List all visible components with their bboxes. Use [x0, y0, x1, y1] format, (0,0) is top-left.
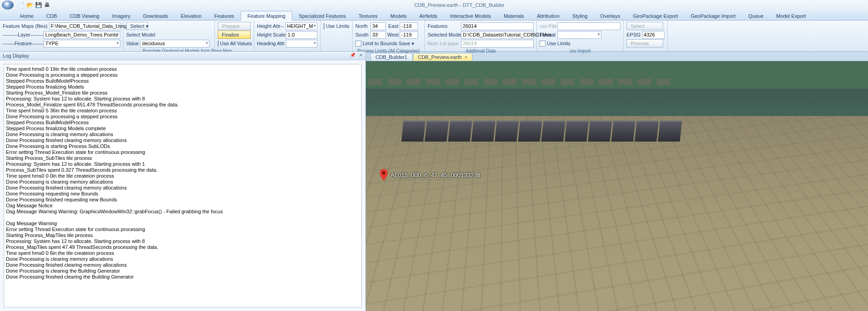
save-dropdown[interactable]: Save ▾: [399, 41, 414, 47]
tab-close-icon[interactable]: ×: [465, 54, 467, 60]
group-process-limits: North34 East-118 South33 West-119 Limit …: [353, 21, 425, 51]
feature-maps-combo[interactable]: F:\New_CDB_Tutorial_Data_LongBeach: [49, 22, 121, 30]
group-csv-import: csv File Format Use Limits csv Import: [537, 21, 624, 51]
tab-downloads[interactable]: Downloads: [137, 11, 174, 20]
new-icon[interactable]: 📄: [17, 1, 25, 9]
use-limits-checkbox-2[interactable]: [540, 41, 546, 47]
tab-airfields[interactable]: Airfields: [413, 11, 444, 20]
height-scale-input[interactable]: 1.0: [286, 31, 317, 39]
marker-label: AL015_000_6_47_45_0001332.flt: [391, 172, 480, 179]
features-input[interactable]: 26014: [461, 22, 534, 30]
feature-label: -------Feature-------: [3, 41, 42, 46]
open-icon[interactable]: 📂: [26, 1, 33, 9]
value-label: Value: [126, 41, 139, 46]
east-input[interactable]: -118: [400, 22, 418, 30]
north-input[interactable]: 34: [370, 22, 386, 30]
limit-to-bounds-checkbox[interactable]: [355, 41, 361, 47]
print-icon[interactable]: 🖶: [43, 1, 51, 9]
quick-access-toolbar: 📄 📂 💾 🖶: [17, 1, 51, 9]
close-icon[interactable]: ✕: [359, 53, 363, 58]
finalize-button[interactable]: Finalize: [218, 31, 251, 39]
window-title: CDB_Preview.earth - DTT_CDB_Builder: [51, 2, 868, 8]
heading-attr-combo[interactable]: [286, 40, 317, 47]
app-orb-button[interactable]: [2, 0, 14, 10]
layer-combo[interactable]: LongBeach_Demo_Trees Points: [43, 31, 120, 39]
tab-models[interactable]: Models: [384, 11, 413, 20]
pin-icon[interactable]: 📌: [350, 53, 355, 58]
map-marker[interactable]: AL015_000_6_47_45_0001332.flt: [380, 169, 480, 181]
height-attr-combo[interactable]: HEIGHT_M: [285, 22, 317, 30]
selected-model-input[interactable]: D:\CDB_Datasets\Tutorial_CDB\GTMoc: [461, 31, 534, 39]
doc-tab-builder[interactable]: CDB_Builder1: [370, 53, 413, 61]
log-pane-title: Log Display: [3, 53, 29, 58]
map-pin-icon: [380, 169, 388, 181]
prepare-button[interactable]: Prepare: [218, 22, 251, 30]
tab-textures[interactable]: Textures: [352, 11, 384, 20]
group-feature-source: Feature Maps (files) F:\New_CDB_Tutorial…: [0, 21, 123, 51]
title-bar: 📄 📂 💾 🖶 CDB_Preview.earth - DTT_CDB_Buil…: [0, 0, 868, 10]
epsg-input[interactable]: 4326: [642, 31, 664, 39]
layer-label: ---------Layer--------: [3, 32, 42, 37]
save-icon[interactable]: 💾: [35, 1, 42, 9]
tab-model-export[interactable]: Model Export: [770, 11, 812, 20]
format-combo[interactable]: [557, 31, 601, 39]
viewer-pane: CDB_Builder1 CDB_Preview.earth× AL015_00…: [366, 52, 868, 311]
doc-tab-preview[interactable]: CDB_Preview.earth×: [413, 53, 472, 61]
group-populate: Select ▾ Select Model Value deciduous Po…: [123, 21, 215, 51]
tab-imagery[interactable]: Imagery: [106, 11, 137, 20]
select-button[interactable]: Select ▾: [126, 22, 148, 30]
tab-overlays[interactable]: Overlays: [594, 11, 627, 20]
tab-queue[interactable]: Queue: [742, 11, 770, 20]
content-area: Log Display 📌 ✕ Time spent hms0 0 19in t…: [0, 52, 868, 311]
use-all-values-checkbox[interactable]: [218, 41, 219, 47]
group-height: Height Attr--HEIGHT_M Height Scale-1.0 H…: [254, 21, 321, 51]
tab-home[interactable]: Home: [14, 11, 40, 20]
group-epsg: Select EPSG4326 Process: [624, 21, 668, 51]
feature-maps-label: Feature Maps (files): [3, 23, 48, 29]
tab-elevation[interactable]: Elevation: [174, 11, 208, 20]
select-csv-button[interactable]: Select: [627, 22, 663, 30]
west-input[interactable]: -119: [400, 31, 418, 39]
tab-specialized-features[interactable]: Specialized Features: [292, 11, 352, 20]
ribbon-tabs: Home CDB CDB Viewing Imagery Downloads E…: [0, 10, 868, 21]
3d-viewport[interactable]: AL015_000_6_47_45_0001332.flt: [366, 61, 868, 311]
value-combo[interactable]: deciduous: [140, 40, 209, 47]
num-lst-pass-input: 26014: [461, 40, 534, 47]
tab-feature-mapping[interactable]: Feature Mapping: [241, 11, 292, 21]
tab-interactive-models[interactable]: Interactive Models: [444, 11, 497, 20]
tab-cdb[interactable]: CDB: [40, 11, 63, 20]
group-prepare: Prepare Finalize Use All Values: [215, 21, 254, 51]
tab-geopackage-import[interactable]: GeoPackage Import: [684, 11, 742, 20]
south-input[interactable]: 33: [370, 31, 386, 39]
group-use-limits-1: Use Limits: [321, 21, 353, 51]
group-additional-data: Features26014 Selected ModelD:\CDB_Datas…: [425, 21, 537, 51]
tab-features[interactable]: Features: [208, 11, 241, 20]
tab-geopackage-export[interactable]: GeoPackage Export: [627, 11, 684, 20]
process-button[interactable]: Process: [627, 39, 663, 47]
tab-materials[interactable]: Materials: [497, 11, 530, 20]
tab-styling[interactable]: Styling: [566, 11, 594, 20]
svg-point-0: [382, 171, 385, 174]
feature-combo[interactable]: TYPE: [43, 40, 120, 47]
use-limits-checkbox-1[interactable]: [323, 23, 325, 29]
log-textarea[interactable]: Time spent hms0 0 19in the tile createio…: [4, 64, 362, 307]
log-pane-header: Log Display 📌 ✕: [0, 52, 365, 60]
select-model-label[interactable]: Select Model: [126, 32, 155, 37]
tab-cdb-viewing[interactable]: CDB Viewing: [64, 11, 106, 20]
csv-file-input[interactable]: [557, 22, 621, 30]
log-pane: Log Display 📌 ✕ Time spent hms0 0 19in t…: [0, 52, 366, 311]
ribbon-body: Feature Maps (files) F:\New_CDB_Tutorial…: [0, 21, 868, 52]
tab-attribution[interactable]: Attribution: [530, 11, 566, 20]
